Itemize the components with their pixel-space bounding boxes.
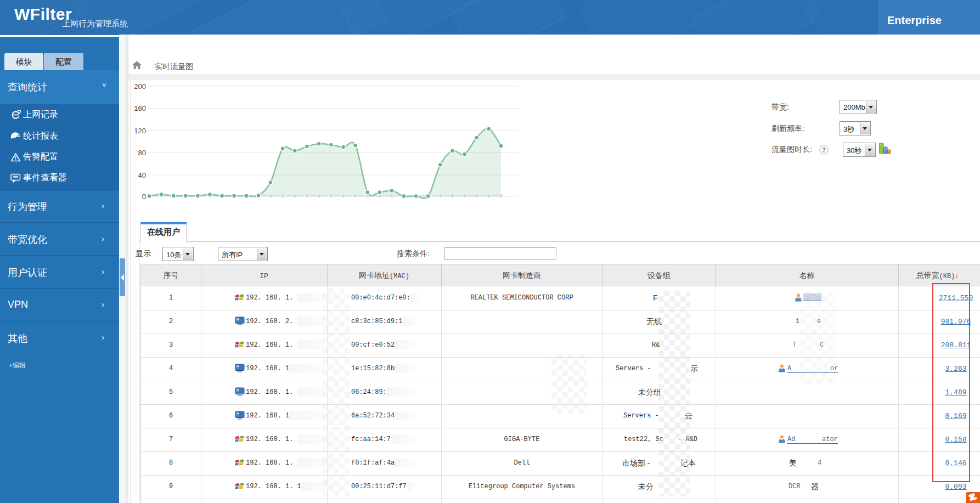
svg-text:120: 120: [134, 127, 146, 135]
svg-text:0: 0: [142, 193, 146, 201]
svg-text:200: 200: [134, 82, 146, 91]
svg-text:160: 160: [134, 104, 146, 112]
svg-text:?: ?: [822, 146, 826, 153]
svg-text:80: 80: [138, 149, 146, 157]
svg-text:40: 40: [138, 171, 146, 179]
